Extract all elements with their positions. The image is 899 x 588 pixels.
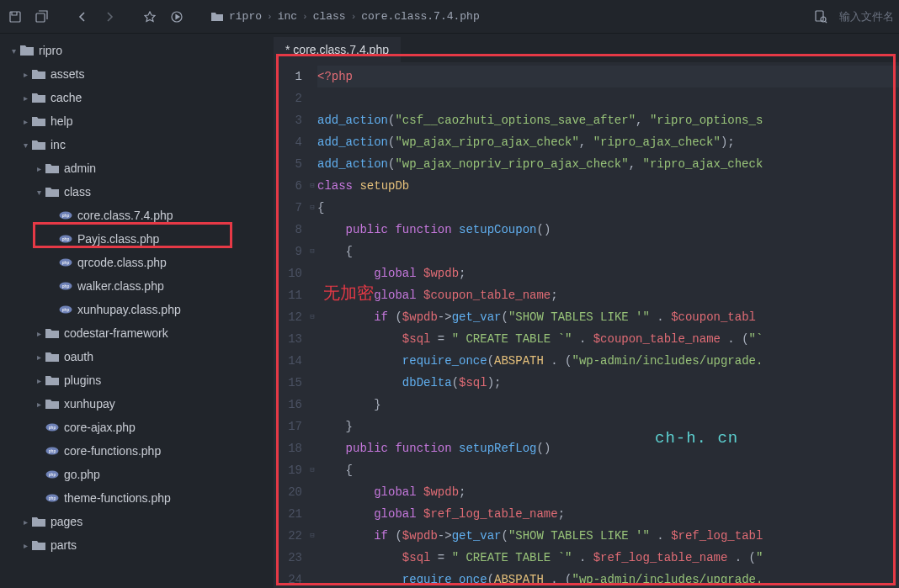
line-number: 11: [274, 284, 307, 306]
folder-item[interactable]: ▸xunhupay: [0, 392, 274, 416]
code-line[interactable]: {: [317, 197, 899, 219]
fold-spacer: [307, 481, 317, 503]
file-item[interactable]: phpcore-ajax.php: [0, 416, 274, 439]
breadcrumb-item[interactable]: core.class.7.4.php: [361, 10, 479, 23]
fold-spacer: [307, 328, 317, 350]
folder-item[interactable]: ▸help: [0, 109, 274, 133]
svg-text:php: php: [49, 448, 56, 453]
file-item[interactable]: phptheme-functions.php: [0, 486, 274, 510]
bookmark-icon[interactable]: [140, 7, 160, 27]
folder-icon: [32, 516, 49, 527]
code-line[interactable]: [317, 87, 899, 109]
folder-item[interactable]: ▸assets: [0, 62, 274, 86]
folder-item[interactable]: ▸pages: [0, 510, 274, 533]
fold-toggle[interactable]: ⊟: [307, 525, 317, 547]
fold-toggle[interactable]: ⊟: [307, 197, 317, 219]
svg-text:php: php: [62, 307, 70, 312]
chevron-right-icon: ▸: [19, 93, 32, 103]
file-tree[interactable]: ▾ ripro ▸assets▸cache▸help▾inc▸admin▾cla…: [0, 34, 274, 588]
code-line[interactable]: $sql = " CREATE TABLE `" . $ref_log_tabl…: [317, 547, 899, 569]
tab-active[interactable]: core.class.7.4.php: [274, 37, 401, 62]
file-item[interactable]: phpxunhupay.class.php: [0, 298, 274, 321]
folder-icon: [45, 398, 62, 410]
code-line[interactable]: add_action("wp_ajax_nopriv_ripro_ajax_ch…: [317, 153, 899, 175]
php-file-icon: php: [45, 469, 62, 479]
line-number: 10: [274, 262, 307, 284]
code-line[interactable]: }: [317, 416, 899, 437]
fold-toggle[interactable]: ⊟: [307, 241, 317, 262]
file-item[interactable]: phpgo.php: [0, 463, 274, 486]
code-line[interactable]: <?php: [317, 66, 899, 87]
chevron-right-icon: ▸: [19, 517, 32, 527]
line-number: 8: [274, 219, 307, 241]
line-number: 9: [274, 241, 307, 262]
file-item[interactable]: phpcore-functions.php: [0, 439, 274, 463]
code-line[interactable]: global $wpdb;: [317, 262, 899, 284]
run-icon[interactable]: [167, 7, 187, 27]
breadcrumb-item[interactable]: ripro: [229, 10, 262, 23]
folder-root[interactable]: ▾ ripro: [0, 39, 274, 62]
fold-spacer: [307, 394, 317, 416]
folder-item[interactable]: ▸oauth: [0, 345, 274, 368]
code-line[interactable]: add_action("wp_ajax_ripro_ajax_check", "…: [317, 131, 899, 153]
code-line[interactable]: {: [317, 459, 899, 481]
folder-item[interactable]: ▸plugins: [0, 368, 274, 392]
svg-text:php: php: [62, 283, 70, 289]
code-line[interactable]: require_once(ABSPATH . ("wp-admin/includ…: [317, 350, 899, 372]
breadcrumb-item[interactable]: class: [313, 10, 346, 23]
file-item[interactable]: phpPayjs.class.php: [0, 227, 274, 251]
item-label: Payjs.class.php: [77, 232, 159, 246]
php-file-icon: php: [59, 257, 76, 268]
code-line[interactable]: global $coupon_table_name;: [317, 284, 899, 306]
search-input[interactable]: 输入文件名: [839, 9, 894, 24]
code-line[interactable]: class setupDb: [317, 175, 899, 197]
fold-spacer: [307, 569, 317, 588]
fold-spacer: [307, 153, 317, 175]
folder-item[interactable]: ▸codestar-framework: [0, 321, 274, 345]
folder-item[interactable]: ▸parts: [0, 533, 274, 557]
code-line[interactable]: {: [317, 241, 899, 262]
file-item[interactable]: phpwalker.class.php: [0, 274, 274, 298]
nav-back-icon[interactable]: [72, 7, 93, 27]
code-line[interactable]: }: [317, 394, 899, 416]
folder-item[interactable]: ▾class: [0, 180, 274, 204]
code-line[interactable]: public function setupCoupon(): [317, 219, 899, 241]
folder-item[interactable]: ▸cache: [0, 86, 274, 109]
line-number: 1: [274, 66, 307, 87]
folder-item[interactable]: ▸admin: [0, 156, 274, 180]
code-line[interactable]: global $wpdb;: [317, 481, 899, 503]
code-line[interactable]: public function setupRefLog(): [317, 437, 899, 459]
fold-toggle[interactable]: ⊟: [307, 175, 317, 197]
nav-forward-icon[interactable]: [99, 7, 120, 27]
line-number: 21: [274, 503, 307, 525]
code-line[interactable]: global $ref_log_table_name;: [317, 503, 899, 525]
code-line[interactable]: require_once(ABSPATH . ("wp-admin/includ…: [317, 569, 899, 588]
svg-text:php: php: [49, 495, 56, 501]
save-all-icon[interactable]: [32, 7, 52, 27]
folder-icon: [32, 139, 49, 151]
file-item[interactable]: phpcore.class.7.4.php: [0, 204, 274, 227]
file-item[interactable]: phpqrcode.class.php: [0, 251, 274, 274]
breadcrumb-item[interactable]: inc: [278, 10, 297, 23]
fold-column[interactable]: ⊟⊟⊟⊟⊟⊟: [307, 62, 317, 588]
folder-label: ripro: [39, 44, 62, 57]
breadcrumb[interactable]: ripro › inc › class › core.class.7.4.php: [210, 10, 480, 24]
code-area[interactable]: 123456789101112131415161718192021222324 …: [274, 62, 899, 588]
line-number: 17: [274, 416, 307, 437]
save-icon[interactable]: [5, 7, 25, 27]
chevron-down-icon: ▾: [7, 46, 20, 56]
folder-item[interactable]: ▾inc: [0, 133, 274, 156]
code-line[interactable]: dbDelta($sql);: [317, 372, 899, 394]
fold-toggle[interactable]: ⊟: [307, 459, 317, 481]
code-line[interactable]: if ($wpdb->get_var("SHOW TABLES LIKE '" …: [317, 525, 899, 547]
editor: core.class.7.4.php 123456789101112131415…: [274, 34, 899, 588]
item-label: walker.class.php: [77, 279, 164, 293]
chevron-down-icon: ▾: [19, 140, 32, 150]
code-line[interactable]: add_action("csf__caozhuti_options_save_a…: [317, 109, 899, 131]
file-search-icon[interactable]: [811, 7, 831, 27]
code-content[interactable]: <?phpadd_action("csf__caozhuti_options_s…: [317, 62, 899, 588]
code-line[interactable]: $sql = " CREATE TABLE `" . $coupon_table…: [317, 328, 899, 350]
code-line[interactable]: if ($wpdb->get_var("SHOW TABLES LIKE '" …: [317, 306, 899, 328]
fold-toggle[interactable]: ⊟: [307, 306, 317, 328]
chevron-right-icon: ▸: [19, 70, 32, 79]
